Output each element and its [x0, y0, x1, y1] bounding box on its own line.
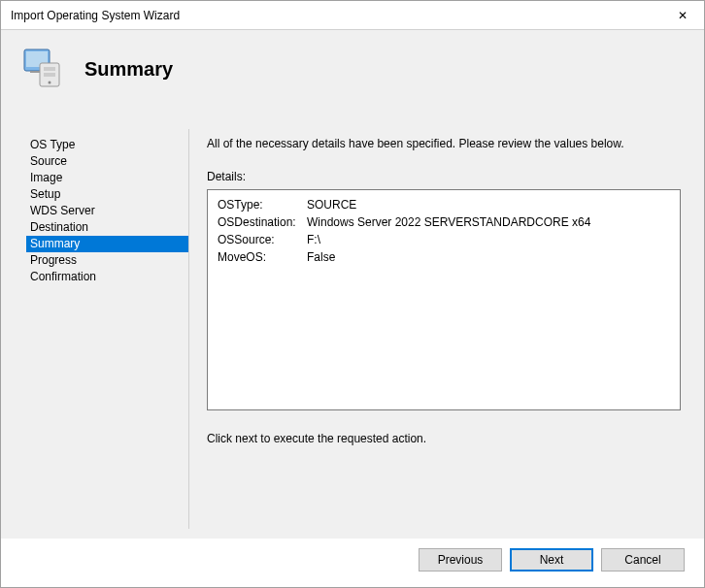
detail-row: MoveOS: False [218, 248, 670, 266]
sidebar-item-os-type[interactable]: OS Type [26, 137, 188, 153]
wizard-steps-sidebar: OS Type Source Image Setup WDS Server De… [1, 108, 188, 539]
cancel-button[interactable]: Cancel [601, 548, 685, 572]
wizard-header: Summary [1, 30, 704, 108]
intro-text: All of the necessary details have been s… [207, 137, 681, 150]
detail-val-moveos: False [307, 248, 335, 266]
next-button[interactable]: Next [510, 548, 593, 572]
svg-rect-6 [30, 71, 40, 73]
page-title: Summary [84, 58, 173, 81]
previous-button[interactable]: Previous [419, 548, 502, 572]
sidebar-item-destination[interactable]: Destination [26, 219, 188, 236]
sidebar-item-wds-server[interactable]: WDS Server [26, 203, 188, 219]
sidebar-item-summary[interactable]: Summary [26, 236, 188, 252]
sidebar-item-confirmation[interactable]: Confirmation [26, 269, 188, 285]
details-label: Details: [207, 170, 681, 183]
sidebar-item-image[interactable]: Image [26, 170, 188, 186]
svg-rect-4 [44, 73, 55, 77]
computer-icon [20, 46, 67, 92]
detail-val-osdestination: Windows Server 2022 SERVERSTANDARDCORE x… [307, 213, 590, 231]
button-bar: Previous Next Cancel [419, 548, 685, 572]
detail-key-moveos: MoveOS: [218, 248, 307, 266]
content-panel: All of the necessary details have been s… [189, 108, 704, 539]
svg-point-5 [49, 82, 51, 84]
sidebar-item-progress[interactable]: Progress [26, 252, 188, 269]
detail-key-ostype: OSType: [218, 196, 307, 213]
detail-key-osdestination: OSDestination: [218, 213, 307, 231]
detail-val-ostype: SOURCE [307, 196, 356, 213]
close-button[interactable]: ✕ [660, 1, 704, 29]
detail-key-ossource: OSSource: [218, 231, 307, 248]
detail-row: OSType: SOURCE [218, 196, 670, 213]
detail-val-ossource: F:\ [307, 231, 320, 248]
main-area: OS Type Source Image Setup WDS Server De… [1, 108, 704, 539]
window-title: Import Operating System Wizard [11, 9, 180, 22]
footer-text: Click next to execute the requested acti… [207, 432, 681, 445]
svg-rect-3 [44, 67, 55, 71]
titlebar: Import Operating System Wizard ✕ [1, 1, 704, 30]
detail-row: OSSource: F:\ [218, 231, 670, 248]
sidebar-item-source[interactable]: Source [26, 153, 188, 170]
details-box: OSType: SOURCE OSDestination: Windows Se… [207, 189, 681, 410]
sidebar-item-setup[interactable]: Setup [26, 186, 188, 203]
close-icon: ✕ [678, 9, 688, 22]
detail-row: OSDestination: Windows Server 2022 SERVE… [218, 213, 670, 231]
